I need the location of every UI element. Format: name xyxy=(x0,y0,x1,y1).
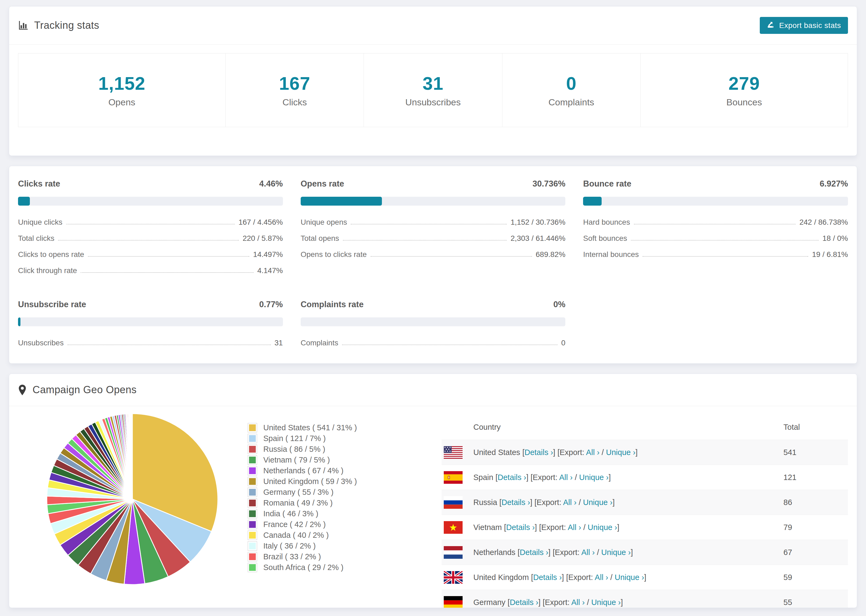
export-all-link[interactable]: All › xyxy=(559,473,573,482)
nl-flag-icon xyxy=(442,540,473,565)
country-name: Russia xyxy=(473,498,497,507)
country-cell: Vietnam [Details ›] [Export: All › / Uni… xyxy=(473,515,783,540)
country-name: Vietnam xyxy=(473,523,502,532)
rate-detail-label: Soft bounces xyxy=(583,234,627,243)
rate-block-unsubscribe-rate: Unsubscribe rate0.77%Unsubscribes31 xyxy=(18,300,283,351)
export-unique-link[interactable]: Unique › xyxy=(583,498,612,507)
slash: / xyxy=(573,473,579,482)
bracket: ] [ xyxy=(548,548,555,556)
dotted-leader xyxy=(66,224,235,225)
rate-rows: Complaints0 xyxy=(301,335,565,351)
bracket: [ xyxy=(520,448,524,457)
legend-item-canada: Canada ( 40 / 2% ) xyxy=(248,530,409,541)
country-cell: Netherlands [Details ›] [Export: All › /… xyxy=(473,540,783,565)
legend-swatch xyxy=(248,423,257,432)
legend-item-brazil: Brazil ( 33 / 2% ) xyxy=(248,551,409,562)
bracket: [ xyxy=(497,498,502,507)
de-flag-icon xyxy=(442,590,473,608)
rate-detail-label: Click through rate xyxy=(18,266,77,275)
dotted-leader xyxy=(634,224,796,225)
stat-cell-clicks: 167Clicks xyxy=(226,53,364,127)
total-column-header: Total xyxy=(783,413,848,440)
details-link[interactable]: Details › xyxy=(533,573,562,581)
legend-label: Russia ( 86 / 5% ) xyxy=(263,445,325,454)
dotted-leader xyxy=(81,272,254,273)
legend-label: Netherlands ( 67 / 4% ) xyxy=(263,466,343,475)
export-all-link[interactable]: All › xyxy=(571,598,585,607)
rate-detail-label: Complaints xyxy=(301,339,339,347)
export-icon xyxy=(767,20,775,30)
dotted-leader xyxy=(642,256,808,257)
rate-detail-row: Total clicks220 / 5.87% xyxy=(18,230,283,247)
bracket: ] xyxy=(612,498,614,507)
legend-label: United States ( 541 / 31% ) xyxy=(263,423,357,432)
bracket: ] [ xyxy=(553,448,560,457)
details-link[interactable]: Details › xyxy=(502,498,530,507)
legend-label: France ( 42 / 2% ) xyxy=(263,520,326,529)
export-all-link[interactable]: All › xyxy=(563,498,576,507)
rate-value: 6.927% xyxy=(820,179,848,189)
tracking-stats-page: Tracking stats Export basic stats 1,152O… xyxy=(0,0,866,616)
rate-detail-row: Unsubscribes31 xyxy=(18,335,283,351)
rate-head: Opens rate30.736% xyxy=(301,179,565,189)
export-all-link[interactable]: All › xyxy=(581,548,595,556)
export-unique-link[interactable]: Unique › xyxy=(601,548,631,556)
export-prefix: Export: xyxy=(545,598,570,607)
es-flag-icon xyxy=(442,465,473,490)
rate-detail-row: Clicks to opens rate14.497% xyxy=(18,247,283,262)
slash: / xyxy=(585,598,591,607)
dotted-leader xyxy=(68,344,271,345)
rate-detail-label: Total opens xyxy=(301,234,339,243)
stat-label: Bounces xyxy=(726,97,762,107)
export-basic-stats-button[interactable]: Export basic stats xyxy=(760,17,848,34)
rate-progress-track xyxy=(301,197,565,206)
rate-detail-label: Total clicks xyxy=(18,234,54,243)
export-all-link[interactable]: All › xyxy=(595,573,608,581)
total-cell: 55 xyxy=(783,590,848,608)
rate-value: 30.736% xyxy=(532,179,565,189)
pie-slice[interactable] xyxy=(132,413,132,499)
export-unique-link[interactable]: Unique › xyxy=(587,523,617,532)
stats-row: 1,152Opens167Clicks31Unsubscribes0Compla… xyxy=(18,53,848,127)
export-unique-link[interactable]: Unique › xyxy=(579,473,609,482)
export-prefix: Export: xyxy=(555,548,579,556)
campaign-geo-opens-card: Campaign Geo Opens United States ( 541 /… xyxy=(9,374,857,608)
export-unique-link[interactable]: Unique › xyxy=(606,448,636,457)
geo-title-row: Campaign Geo Opens xyxy=(18,384,137,396)
gb-flag-icon xyxy=(442,565,473,590)
rate-title: Unsubscribe rate xyxy=(18,300,86,310)
details-link[interactable]: Details › xyxy=(510,598,538,607)
export-unique-link[interactable]: Unique › xyxy=(591,598,621,607)
legend-swatch xyxy=(248,520,257,529)
export-prefix: Export: xyxy=(537,498,561,507)
stat-label: Opens xyxy=(109,97,135,107)
details-link[interactable]: Details › xyxy=(498,473,526,482)
export-unique-link[interactable]: Unique › xyxy=(614,573,644,581)
export-all-link[interactable]: All › xyxy=(586,448,600,457)
rate-detail-value: 4.147% xyxy=(257,266,283,275)
country-cell: Germany [Details ›] [Export: All › / Uni… xyxy=(473,590,783,608)
details-link[interactable]: Details › xyxy=(506,523,535,532)
export-all-link[interactable]: All › xyxy=(568,523,581,532)
bracket: ] xyxy=(631,548,633,556)
legend-item-russia: Russia ( 86 / 5% ) xyxy=(248,444,409,454)
country-name: United Kingdom xyxy=(473,573,529,581)
legend-swatch xyxy=(248,488,257,497)
stat-value: 0 xyxy=(566,73,576,94)
rate-progress-track xyxy=(583,197,848,206)
bracket: ] [ xyxy=(526,473,533,482)
rate-detail-label: Internal bounces xyxy=(583,250,639,259)
legend-swatch xyxy=(248,563,257,572)
total-cell: 79 xyxy=(783,515,848,540)
country-name: Germany xyxy=(473,598,505,607)
geo-table-wrap: Country Total United States [Details ›] … xyxy=(442,413,848,608)
rate-detail-row: Internal bounces19 / 6.81% xyxy=(583,247,848,262)
bracket: ] xyxy=(621,598,623,607)
details-link[interactable]: Details › xyxy=(524,448,553,457)
rate-head: Bounce rate6.927% xyxy=(583,179,848,189)
rates-grid: Clicks rate4.46%Unique clicks167 / 4.456… xyxy=(9,166,857,351)
rate-detail-value: 31 xyxy=(275,339,283,347)
details-link[interactable]: Details › xyxy=(520,548,548,556)
dotted-leader xyxy=(371,256,532,257)
legend-item-germany: Germany ( 55 / 3% ) xyxy=(248,487,409,498)
